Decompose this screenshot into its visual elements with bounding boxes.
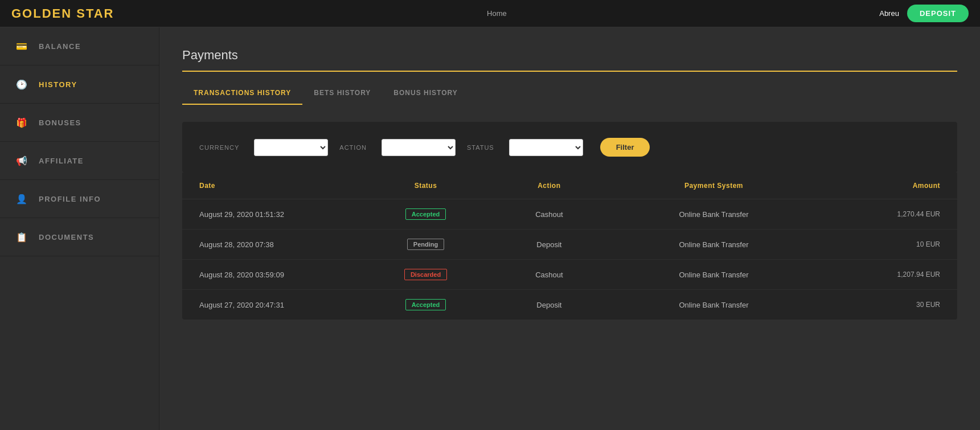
table-row: August 29, 2020 01:51:32 Accepted Cashou… bbox=[182, 199, 957, 230]
balance-icon: 💳 bbox=[16, 40, 28, 52]
status-select[interactable] bbox=[509, 139, 583, 156]
cell-date: August 28, 2020 03:59:09 bbox=[199, 271, 364, 279]
sidebar-item-balance[interactable]: 💳 BALANCE bbox=[0, 27, 159, 65]
status-badge: Accepted bbox=[405, 208, 446, 220]
sidebar: 💳 BALANCE 🕑 HISTORY 🎁 BONUSES 📢 AFFILIAT… bbox=[0, 27, 159, 430]
status-label: STATUS bbox=[467, 144, 494, 151]
currency-select[interactable] bbox=[254, 139, 328, 156]
tab-bonus-history[interactable]: BONUS HISTORY bbox=[382, 82, 469, 105]
history-icon: 🕑 bbox=[16, 78, 28, 91]
page-title: Payments bbox=[182, 48, 957, 72]
sidebar-label-documents: DOCUMENTS bbox=[39, 233, 94, 241]
cell-amount: 1,270.44 EUR bbox=[817, 210, 940, 218]
documents-icon: 📋 bbox=[16, 231, 28, 243]
sidebar-item-documents[interactable]: 📋 DOCUMENTS bbox=[0, 218, 159, 256]
logo-star: STAR bbox=[72, 6, 114, 21]
logo-golden: GOLDEN bbox=[11, 6, 72, 21]
logo: GOLDEN STAR bbox=[11, 6, 114, 21]
transactions-table: Date Status Action Payment System Amount… bbox=[182, 173, 957, 320]
cell-status: Accepted bbox=[364, 299, 487, 310]
filter-panel: CURRENCY ACTION STATUS Filter bbox=[182, 122, 957, 173]
tab-transactions-history[interactable]: TRANSACTIONS HISTORY bbox=[182, 82, 302, 105]
cell-status: Discarded bbox=[364, 269, 487, 280]
cell-payment-system: Online Bank Transfer bbox=[611, 210, 817, 219]
tabs-bar: TRANSACTIONS HISTORY BETS HISTORY BONUS … bbox=[182, 82, 957, 105]
topnav-links: Home bbox=[487, 9, 507, 18]
tab-bets-history[interactable]: BETS HISTORY bbox=[302, 82, 382, 105]
cell-action: Deposit bbox=[487, 240, 611, 249]
sidebar-item-profile-info[interactable]: 👤 PROFILE INFO bbox=[0, 180, 159, 218]
main-layout: 💳 BALANCE 🕑 HISTORY 🎁 BONUSES 📢 AFFILIAT… bbox=[0, 27, 980, 430]
deposit-button[interactable]: DEPOSIT bbox=[907, 5, 969, 22]
affiliate-icon: 📢 bbox=[16, 154, 28, 167]
header-date: Date bbox=[199, 182, 364, 190]
status-badge: Accepted bbox=[405, 299, 446, 310]
main-content: Payments TRANSACTIONS HISTORY BETS HISTO… bbox=[159, 27, 980, 430]
action-label: ACTION bbox=[339, 144, 367, 151]
sidebar-item-history[interactable]: 🕑 HISTORY bbox=[0, 65, 159, 104]
sidebar-label-bonuses: BONUSES bbox=[39, 118, 81, 127]
filter-button[interactable]: Filter bbox=[600, 138, 650, 157]
header-payment-system: Payment System bbox=[611, 182, 817, 190]
table-row: August 28, 2020 07:38 Pending Deposit On… bbox=[182, 230, 957, 260]
cell-payment-system: Online Bank Transfer bbox=[611, 301, 817, 309]
header-action: Action bbox=[487, 182, 611, 190]
sidebar-label-affiliate: AFFILIATE bbox=[39, 157, 84, 165]
header-status: Status bbox=[364, 182, 487, 190]
sidebar-label-balance: BALANCE bbox=[39, 42, 81, 51]
cell-action: Cashout bbox=[487, 271, 611, 279]
cell-action: Cashout bbox=[487, 210, 611, 219]
action-select[interactable] bbox=[382, 139, 456, 156]
cell-payment-system: Online Bank Transfer bbox=[611, 271, 817, 279]
status-badge: Discarded bbox=[404, 269, 447, 280]
cell-payment-system: Online Bank Transfer bbox=[611, 240, 817, 249]
table-row: August 28, 2020 03:59:09 Discarded Casho… bbox=[182, 260, 957, 290]
cell-amount: 1,207.94 EUR bbox=[817, 271, 940, 279]
cell-date: August 29, 2020 01:51:32 bbox=[199, 210, 364, 219]
cell-action: Deposit bbox=[487, 301, 611, 309]
cell-date: August 28, 2020 07:38 bbox=[199, 240, 364, 249]
cell-status: Accepted bbox=[364, 208, 487, 220]
cell-date: August 27, 2020 20:47:31 bbox=[199, 301, 364, 309]
table-row: August 27, 2020 20:47:31 Accepted Deposi… bbox=[182, 290, 957, 320]
bonuses-icon: 🎁 bbox=[16, 116, 28, 129]
top-navigation: GOLDEN STAR Home Abreu DEPOSIT bbox=[0, 0, 980, 27]
status-badge: Pending bbox=[407, 239, 444, 250]
sidebar-label-profile-info: PROFILE INFO bbox=[39, 195, 101, 203]
topnav-right: Abreu DEPOSIT bbox=[879, 5, 969, 22]
table-body: August 29, 2020 01:51:32 Accepted Cashou… bbox=[182, 199, 957, 320]
table-header: Date Status Action Payment System Amount bbox=[182, 173, 957, 199]
sidebar-item-bonuses[interactable]: 🎁 BONUSES bbox=[0, 104, 159, 142]
username-label: Abreu bbox=[879, 9, 899, 18]
sidebar-item-affiliate[interactable]: 📢 AFFILIATE bbox=[0, 142, 159, 180]
currency-label: CURRENCY bbox=[199, 144, 239, 151]
sidebar-label-history: HISTORY bbox=[39, 80, 77, 89]
profile-icon: 👤 bbox=[16, 193, 28, 205]
cell-amount: 10 EUR bbox=[817, 240, 940, 248]
home-link[interactable]: Home bbox=[487, 9, 507, 18]
cell-amount: 30 EUR bbox=[817, 301, 940, 309]
header-amount: Amount bbox=[817, 182, 940, 190]
cell-status: Pending bbox=[364, 239, 487, 250]
